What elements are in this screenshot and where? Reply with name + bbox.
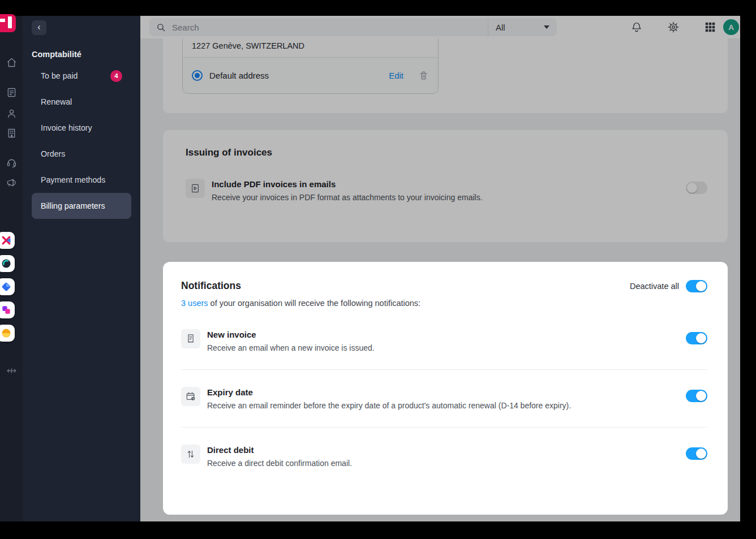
calendar-expiry-icon [181,387,200,406]
kdrive-app-icon[interactable] [0,278,15,295]
expiry-date-toggle[interactable] [686,390,707,402]
trash-icon[interactable] [418,70,429,81]
default-address-row: Default address Edit [183,57,438,93]
search-input[interactable]: Search [149,18,488,36]
topbar: Search All A [140,16,740,38]
expiry-date-row: Expiry date Receive an email reminder be… [181,387,707,410]
avatar[interactable]: A [723,19,739,35]
kmoney-app-icon[interactable] [0,325,15,342]
address-line: 1227 Genève, SWITZERLAND [183,38,438,57]
content: 1227 Genève, SWITZERLAND Default address… [140,38,740,521]
sidebar-item-invoice-history[interactable]: Invoice history [32,115,131,141]
users-link[interactable]: 3 users [181,299,208,308]
support-icon[interactable] [0,157,23,169]
new-invoice-title: New invoice [207,329,375,339]
search-bar: Search All [149,18,557,36]
direct-debit-title: Direct debit [207,445,352,455]
direct-debit-row: Direct debit Receive a direct debit conf… [181,445,707,468]
main-area: Search All A [140,16,740,521]
divider [181,369,707,370]
search-filter-dropdown[interactable]: All [488,18,557,36]
expiry-date-title: Expiry date [207,387,571,397]
deactivate-all-label: Deactivate all [630,282,679,291]
to-be-paid-badge: 4 [110,70,122,82]
deactivate-all-control: Deactivate all [630,280,707,292]
back-button[interactable]: ‹ [32,20,46,35]
apps-grid-icon[interactable] [704,21,716,33]
deactivate-all-toggle[interactable] [686,280,707,292]
sidebar-section-title: Comptabilité [32,50,131,59]
bell-icon[interactable] [630,21,643,33]
direct-debit-toggle[interactable] [686,447,707,460]
search-placeholder: Search [172,23,199,32]
new-invoice-row: New invoice Receive an email when a new … [181,329,707,352]
issuing-of-invoices-card: Issuing of invoices Include PDF invoices… [163,130,728,242]
new-invoice-toggle[interactable] [686,332,707,344]
sidebar-item-to-be-paid[interactable]: To be paid 4 [32,63,131,89]
notifications-subtitle: 3 users of your organisation will receiv… [181,299,420,308]
ksuite-app-icon[interactable] [0,232,15,249]
kpaste-app-icon[interactable] [0,301,15,318]
announcements-icon[interactable] [0,176,23,188]
infomaniak-logo[interactable] [0,14,16,32]
billing-address-card: 1227 Genève, SWITZERLAND Default address… [163,38,728,113]
sidebar-item-payment-methods[interactable]: Payment methods [32,167,131,193]
issuing-card-title: Issuing of invoices [186,147,707,158]
sidebar-item-billing-parameters[interactable]: Billing parameters [32,193,131,219]
notifications-title: Notifications [181,280,420,292]
pdf-invoice-icon [186,179,205,198]
sidebar-item-orders[interactable]: Orders [32,141,131,167]
gear-icon[interactable] [667,21,680,33]
kchat-app-icon[interactable] [0,255,15,272]
notifications-header: Notifications 3 users of your organisati… [181,280,707,308]
users-icon[interactable] [0,107,23,119]
billing-icon[interactable] [0,87,23,98]
new-invoice-description: Receive an email when a new invoice is i… [207,343,375,352]
chevron-down-icon [544,25,549,29]
app-window: ‹ Comptabilité To be paid 4 Renewal Invo… [0,16,740,521]
pdf-invoices-toggle[interactable] [686,182,707,194]
pdf-invoices-description: Receive your invoices in PDF format as a… [212,193,483,202]
edit-address-link[interactable]: Edit [389,71,403,80]
invoice-icon [181,329,200,348]
left-rail [0,16,23,521]
default-address-label: Default address [209,71,269,80]
pdf-invoices-title: Include PDF invoices in emails [212,179,483,189]
chevron-left-icon: ‹ [37,22,40,32]
sidebar-item-renewal[interactable]: Renewal [32,89,131,115]
expiry-date-description: Receive an email reminder before the exp… [207,401,571,410]
search-icon [156,23,166,32]
pdf-invoices-row: Include PDF invoices in emails Receive y… [186,179,707,202]
move-panel-icon[interactable] [0,365,23,377]
topbar-icons [630,21,716,33]
address-box: 1227 Genève, SWITZERLAND Default address… [182,38,439,94]
divider [181,427,707,428]
sidebar: ‹ Comptabilité To be paid 4 Renewal Invo… [23,16,140,521]
direct-debit-description: Receive a direct debit confirmation emai… [207,459,352,468]
notifications-card: Notifications 3 users of your organisati… [163,262,728,515]
organization-icon[interactable] [0,127,23,139]
default-address-radio[interactable] [192,70,203,81]
home-icon[interactable] [0,57,23,68]
direct-debit-icon [181,445,200,464]
